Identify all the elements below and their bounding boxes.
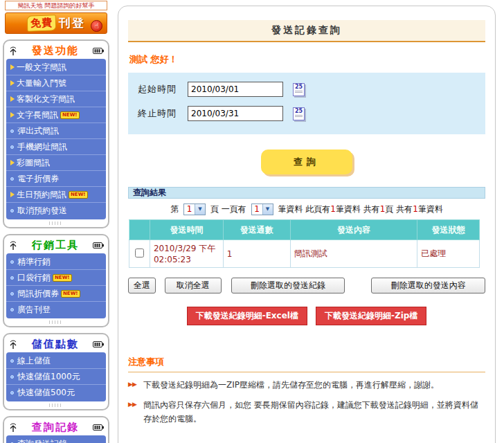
delete-selected-contents-button[interactable]: 刪除選取的發送內容 <box>371 278 485 293</box>
pagination-text: 頁 共有 <box>385 204 413 214</box>
column-header-send-time: 發送時間 <box>150 220 223 240</box>
dot-bullet-icon <box>10 359 14 363</box>
sidebar-item-label: 廣告刊登 <box>17 304 51 316</box>
box-grip <box>49 222 63 225</box>
dot-bullet-icon <box>10 129 14 133</box>
sidebar-item-label: 大量輸入門號 <box>17 78 66 89</box>
sidebar-item-sms-coupon[interactable]: 簡訊折價券NEW! <box>6 286 106 302</box>
sidebar-item-mobile-url-sms[interactable]: 手機網址簡訊 <box>6 139 106 155</box>
publish-label: 刊登 <box>59 15 85 31</box>
select-all-button[interactable]: 全選 <box>128 278 156 293</box>
menu-list: 查詢發送記錄 <box>6 435 106 443</box>
download-zip-button[interactable]: 下載發送紀錄明細-Zip檔 <box>316 307 426 325</box>
menu-list: 精準行銷 口袋行銷NEW! 簡訊折價券NEW! 廣告刊登 <box>6 253 106 318</box>
notes-section: 注意事項 ▶▶ 下載發送紀錄明細為一ZIP壓縮檔，請先儲存至您的電腦，再進行解壓… <box>128 356 485 426</box>
results-section-header: 查詢結果 <box>128 187 485 199</box>
sidebar-item-label: 一般文字簡訊 <box>17 62 66 73</box>
sidebar-item-quick-topup-1000[interactable]: 快速儲值1000元 <box>6 369 106 385</box>
box-grip <box>49 404 63 407</box>
sidebar-item-cancel-scheduled[interactable]: 取消預約發送 <box>6 203 106 219</box>
checkbox-column-header <box>129 220 150 240</box>
deselect-all-button[interactable]: 取消全選 <box>165 278 222 293</box>
send-time-line2: 02:05:23 <box>154 255 219 264</box>
arrow-bullet-icon <box>10 112 15 118</box>
antenna-icon <box>8 423 18 433</box>
greeting-text: 測試 您好！ <box>129 53 485 66</box>
sidebar-item-popup-sms[interactable]: 彈出式簡訊 <box>6 123 106 139</box>
row-checkbox-cell <box>129 240 150 268</box>
sidebar-item-label: 文字長簡訊 <box>17 109 58 121</box>
calendar-icon[interactable]: 25 <box>293 83 305 96</box>
dot-bullet-icon <box>10 209 14 213</box>
page: 簡訊天地 問題諮詢的好幫手 免費 刊登 ☝ 發送功能 一般文字簡訊 大量輸入門號… <box>0 0 504 443</box>
double-arrow-icon: ▶▶ <box>128 399 136 410</box>
menu-list: 一般文字簡訊 大量輸入門號 客製化文字簡訊 文字長簡訊NEW! 彈出式簡訊 手機… <box>6 59 106 219</box>
menu-header: 查詢記錄 <box>6 419 106 435</box>
column-header-send-status: 發送狀態 <box>417 220 480 240</box>
start-date-input[interactable] <box>188 82 283 97</box>
dot-bullet-icon <box>10 260 14 264</box>
sidebar-item-ad-listing[interactable]: 廣告刊登 <box>6 302 106 318</box>
sidebar-item-label: 彩圖簡訊 <box>17 157 50 169</box>
note-item: ▶▶ 簡訊內容只保存六個月，如您 要長期保留內容記錄，建議您下載發送記錄明細，並… <box>128 399 485 426</box>
column-header-send-count: 發送通數 <box>223 220 290 240</box>
battery-icon <box>93 48 104 54</box>
sidebar-item-general-sms[interactable]: 一般文字簡訊 <box>6 60 106 75</box>
end-date-input[interactable] <box>188 106 283 121</box>
pagination: 第 1 ▼ 頁 一頁有 1 ▼ 筆資料 此頁有1筆資料 共有1頁 共有1筆資料 <box>128 204 485 215</box>
sidebar-item-label: 手機網址簡訊 <box>17 141 67 153</box>
antenna-icon <box>8 46 18 56</box>
end-time-row: 終止時間 25 <box>138 106 476 121</box>
per-page-select[interactable]: 1 ▼ <box>251 204 273 215</box>
notes-title: 注意事項 <box>128 356 485 372</box>
free-listing-banner[interactable]: 免費 刊登 ☝ <box>5 12 107 34</box>
query-button[interactable]: 查詢 <box>261 150 352 174</box>
column-header-send-content: 發送內容 <box>290 220 417 240</box>
menu-header: 發送功能 <box>6 43 106 59</box>
sidebar-item-online-topup[interactable]: 線上儲值 <box>6 353 106 369</box>
menu-box-stored-value: 儲值點數 線上儲值 快速儲值1000元 快速儲值500元 <box>3 333 109 410</box>
sidebar-item-long-sms[interactable]: 文字長簡訊NEW! <box>6 107 106 123</box>
dot-bullet-icon <box>10 391 14 395</box>
pagination-text: 頁 一頁有 <box>210 204 246 214</box>
sidebar-item-label: 精準行銷 <box>17 256 51 268</box>
arrow-bullet-icon <box>10 192 15 197</box>
results-table: 發送時間 發送通數 發送內容 發送狀態 2010/3/29 下午 02:05:2… <box>129 219 480 268</box>
row-checkbox[interactable] <box>135 248 144 257</box>
arrow-bullet-icon <box>10 160 15 165</box>
table-actions: 全選 取消全選 刪除選取的發送紀錄 刪除選取的發送內容 <box>128 278 485 293</box>
page-select[interactable]: 1 ▼ <box>183 204 206 215</box>
sidebar-item-birthday-sms[interactable]: 生日預約簡訊NEW! <box>6 187 106 203</box>
sidebar-item-pocket-marketing[interactable]: 口袋行銷NEW! <box>6 270 106 286</box>
new-badge: NEW! <box>60 111 80 119</box>
sidebar-item-precision-marketing[interactable]: 精準行銷 <box>6 254 106 270</box>
sidebar-item-custom-sms[interactable]: 客製化文字簡訊 <box>6 91 106 107</box>
top-ad-banner[interactable]: 簡訊天地 問題諮詢的好幫手 <box>5 1 107 10</box>
section-title: 行銷工具 <box>18 239 93 252</box>
sidebar-item-label: 彈出式簡訊 <box>17 125 59 137</box>
sidebar-item-bulk-numbers[interactable]: 大量輸入門號 <box>6 75 106 91</box>
sidebar-item-quick-topup-500[interactable]: 快速儲值500元 <box>6 385 106 401</box>
sidebar-item-label: 生日預約簡訊 <box>17 189 66 201</box>
sidebar-item-query-send-records[interactable]: 查詢發送記錄 <box>6 436 106 443</box>
download-buttons: 下載發送紀錄明細-Excel檔 下載發送紀錄明細-Zip檔 <box>128 307 485 325</box>
new-badge: NEW! <box>61 290 80 298</box>
section-title: 發送功能 <box>18 44 93 57</box>
cell-send-time: 2010/3/29 下午 02:05:23 <box>150 240 223 268</box>
sidebar-item-picture-sms[interactable]: 彩圖簡訊 <box>6 155 106 171</box>
download-excel-button[interactable]: 下載發送紀錄明細-Excel檔 <box>187 307 307 325</box>
menu-header: 行銷工具 <box>6 237 106 253</box>
delete-selected-records-button[interactable]: 刪除選取的發送紀錄 <box>231 278 345 293</box>
sidebar-item-label: 簡訊折價券 <box>17 288 59 300</box>
send-time-line1: 2010/3/29 下午 <box>154 243 219 255</box>
calendar-icon[interactable]: 25 <box>293 107 305 120</box>
page-select-value: 1 <box>184 204 195 215</box>
dot-bullet-icon <box>10 292 14 296</box>
sidebar-item-e-coupon[interactable]: 電子折價券 <box>6 171 106 187</box>
box-grip <box>49 320 63 324</box>
section-title: 查詢記錄 <box>18 421 93 434</box>
sidebar-item-label: 查詢發送記錄 <box>17 438 67 443</box>
pagination-text: 筆資料 <box>418 204 443 214</box>
chevron-down-icon: ▼ <box>262 204 273 215</box>
new-badge: NEW! <box>69 191 88 199</box>
